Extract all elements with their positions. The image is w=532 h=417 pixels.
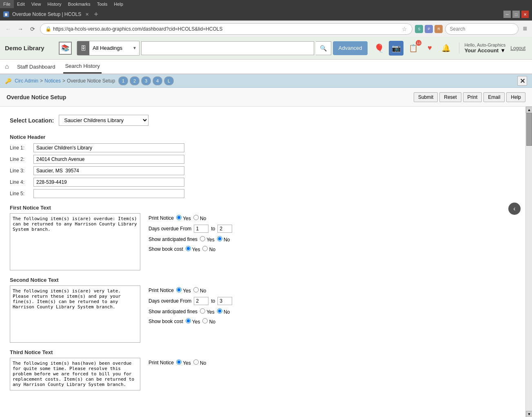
reset-btn[interactable]: Reset	[439, 92, 461, 102]
line4-input[interactable]	[33, 178, 184, 187]
first-print-no-radio[interactable]	[193, 215, 199, 220]
logout-btn[interactable]: Logout	[509, 44, 527, 53]
second-print-yes-radio[interactable]	[176, 287, 182, 292]
search-submit-btn[interactable]: 🔍	[316, 41, 331, 55]
second-fines-no-label[interactable]: No	[217, 308, 230, 315]
first-cost-yes-label[interactable]: Yes	[186, 246, 200, 252]
scroll-up-btn[interactable]: ▲	[526, 107, 532, 113]
second-print-no-label[interactable]: No	[193, 287, 206, 294]
browser-search-input[interactable]	[445, 23, 519, 35]
close-btn[interactable]: ✕	[521, 11, 529, 18]
menu-bookmarks[interactable]: Bookmarks	[65, 0, 94, 8]
second-cost-no-radio[interactable]	[202, 318, 208, 323]
maximize-btn[interactable]: □	[512, 11, 520, 18]
menu-edit[interactable]: Edit	[14, 0, 28, 8]
url-text[interactable]: https://qa-hcols-verso.auto-graphics.com…	[53, 26, 400, 32]
menu-file[interactable]: File	[0, 0, 14, 8]
email-btn[interactable]: Email	[483, 92, 505, 102]
breadcrumb-current: Overdue Notice Setup	[67, 78, 115, 84]
new-tab-btn[interactable]: +	[94, 10, 98, 19]
menu-tools[interactable]: Tools	[94, 0, 111, 8]
search-history-link[interactable]: Search History	[63, 60, 101, 74]
breadcrumb-circ-admin[interactable]: Circ Admin	[15, 78, 38, 84]
menu-help[interactable]: Help	[111, 0, 126, 8]
first-days-to-input[interactable]	[217, 225, 232, 233]
first-print-no-label[interactable]: No	[193, 215, 206, 221]
ext-icon-3[interactable]: R	[434, 25, 443, 33]
help-btn[interactable]: Help	[506, 92, 525, 102]
camera-icon-btn[interactable]: 📷	[389, 41, 403, 56]
breadcrumb-notices[interactable]: Notices	[44, 78, 61, 84]
scroll-down-btn[interactable]: ▼	[526, 411, 532, 417]
ext-icon-1[interactable]: S	[415, 25, 423, 33]
second-print-yes-label[interactable]: Yes	[176, 287, 191, 294]
menu-view[interactable]: View	[28, 0, 44, 8]
second-days-from-input[interactable]	[194, 297, 208, 305]
second-cost-yes-label[interactable]: Yes	[186, 318, 200, 325]
page-4-btn[interactable]: 4	[153, 76, 162, 85]
first-print-yes-radio[interactable]	[176, 215, 182, 220]
balloon-icon-btn[interactable]: 🎈	[372, 42, 386, 55]
second-print-no-radio[interactable]	[193, 287, 199, 292]
first-print-yes-label[interactable]: Yes	[176, 215, 191, 221]
bell-icon-btn[interactable]: 🔔	[439, 42, 452, 55]
close-page-btn[interactable]: ✕	[517, 76, 527, 86]
first-notice-textarea[interactable]: The following item(s) is(are) overdue: I…	[10, 213, 140, 270]
second-fines-yes-radio[interactable]	[200, 308, 205, 314]
minimize-btn[interactable]: ─	[503, 11, 511, 18]
forward-btn[interactable]: →	[16, 24, 25, 34]
second-notice-title: Second Notice Text	[10, 277, 516, 283]
back-float-btn[interactable]: ‹	[508, 203, 521, 215]
search-input[interactable]	[141, 41, 314, 55]
second-fines-no-radio[interactable]	[217, 308, 222, 314]
second-notice-textarea[interactable]: The following item(s) is(are) very late.…	[10, 285, 140, 343]
content-area: Select Location: Saucier Childrens Libra…	[0, 107, 532, 417]
staff-dashboard-link[interactable]: Staff Dashboard	[16, 60, 57, 73]
line1-input[interactable]	[33, 143, 184, 152]
third-print-no-radio[interactable]	[193, 359, 199, 365]
page-3-btn[interactable]: 3	[141, 76, 151, 85]
browser-menu-btn[interactable]: ≡	[521, 25, 529, 33]
first-fines-yes-radio[interactable]	[200, 236, 205, 241]
tab-close-btn[interactable]: ✕	[85, 12, 89, 17]
heart-icon-btn[interactable]: ♥	[423, 42, 436, 55]
line2-row: Line 2:	[10, 155, 516, 164]
first-fines-yes-label[interactable]: Yes	[200, 236, 215, 243]
home-btn[interactable]: ⌂	[5, 63, 9, 70]
page-1-btn[interactable]: 1	[118, 76, 128, 85]
third-print-no-label[interactable]: No	[193, 359, 206, 366]
second-cost-no-label[interactable]: No	[202, 318, 215, 325]
print-btn[interactable]: Print	[463, 92, 482, 102]
bookmark-star[interactable]: ☆	[402, 26, 407, 32]
first-fines-no-label[interactable]: No	[217, 236, 230, 243]
second-days-to-input[interactable]	[217, 297, 232, 305]
page-2-btn[interactable]: 2	[130, 76, 140, 85]
advanced-search-btn[interactable]: Advanced	[333, 41, 368, 55]
first-cost-no-radio[interactable]	[202, 246, 208, 251]
line5-input[interactable]	[33, 189, 184, 198]
submit-btn[interactable]: Submit	[414, 92, 438, 102]
second-cost-yes-radio[interactable]	[186, 318, 191, 323]
page-l-btn[interactable]: L	[164, 76, 174, 85]
first-cost-no-label[interactable]: No	[202, 246, 215, 252]
heart-icon: ♥	[428, 44, 432, 52]
line2-input[interactable]	[33, 155, 184, 164]
list-icon-btn[interactable]: 📋 11	[407, 42, 420, 55]
first-days-from-input[interactable]	[194, 225, 208, 233]
line3-input[interactable]	[33, 166, 184, 175]
first-fines-no-radio[interactable]	[217, 236, 222, 241]
scroll-thumb[interactable]	[526, 113, 532, 146]
third-notice-textarea[interactable]: The following item(s) has(have) been ove…	[10, 358, 140, 390]
account-dropdown[interactable]: Your Account ▼	[464, 47, 505, 54]
ext-icon-2[interactable]: P	[425, 25, 433, 33]
database-icon-btn[interactable]: 🗄	[77, 41, 89, 55]
third-print-yes-label[interactable]: Yes	[176, 359, 191, 366]
first-cost-yes-radio[interactable]	[186, 246, 191, 251]
heading-select[interactable]: All Headings	[89, 42, 130, 54]
second-fines-yes-label[interactable]: Yes	[200, 308, 215, 315]
location-select[interactable]: Saucier Childrens Library	[59, 115, 149, 126]
refresh-btn[interactable]: ⟳	[28, 24, 38, 34]
menu-history[interactable]: History	[44, 0, 64, 8]
back-btn[interactable]: ←	[3, 24, 13, 34]
third-print-yes-radio[interactable]	[176, 359, 182, 365]
